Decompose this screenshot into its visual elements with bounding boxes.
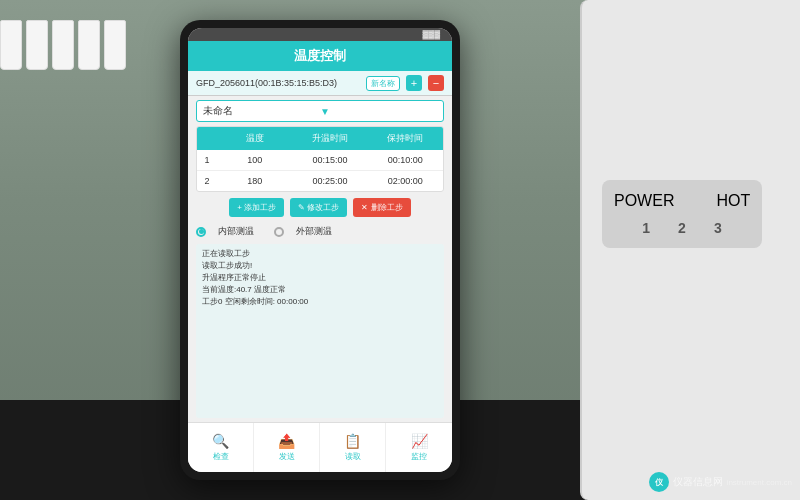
- remove-button[interactable]: −: [428, 75, 444, 91]
- internal-temp-label: 内部测温: [218, 225, 254, 238]
- row2-temp: 180: [217, 174, 292, 188]
- send-icon: 📤: [278, 433, 295, 449]
- table-row: 2 180 00:25:00 02:00:00: [197, 171, 443, 191]
- cup-1: [0, 20, 22, 70]
- watermark: 仪 仪器信息网 instrument.com.cn: [649, 472, 792, 492]
- action-buttons: + 添加工步 ✎ 修改工步 ✕ 删除工步: [196, 198, 444, 217]
- status-bar: ▓▓▓: [188, 28, 452, 41]
- delete-step-button[interactable]: ✕ 删除工步: [353, 198, 410, 217]
- log-line-3: 升温程序正常停止: [202, 272, 438, 284]
- nav-read-label: 读取: [345, 451, 361, 462]
- cups-area: [0, 0, 180, 280]
- program-name: 未命名: [203, 104, 320, 118]
- app-header: 温度控制: [188, 41, 452, 71]
- row1-hold-time: 00:10:00: [368, 153, 443, 167]
- nav-check-label: 检查: [213, 451, 229, 462]
- cup-3: [52, 20, 74, 70]
- machine-num-2: 2: [678, 220, 686, 236]
- row2-index: 2: [197, 174, 217, 188]
- external-temp-label: 外部测温: [296, 225, 332, 238]
- cup-4: [78, 20, 100, 70]
- bottom-nav: 🔍 检查 📤 发送 📋 读取 📈 监控: [188, 422, 452, 472]
- log-line-4: 当前温度:40.7 温度正常: [202, 284, 438, 296]
- nav-item-read[interactable]: 📋 读取: [320, 423, 386, 472]
- row2-hold-time: 02:00:00: [368, 174, 443, 188]
- machine-numbers: 1 2 3: [614, 220, 750, 236]
- watermark-text: 仪器信息网: [673, 475, 723, 489]
- new-name-button[interactable]: 新名称: [366, 76, 400, 91]
- watermark-url: instrument.com.cn: [727, 478, 792, 487]
- col-index: [197, 130, 217, 147]
- machine-num-1: 1: [642, 220, 650, 236]
- edit-step-button[interactable]: ✎ 修改工步: [290, 198, 347, 217]
- log-line-1: 正在读取工步: [202, 248, 438, 260]
- machine-panel: POWER HOT 1 2 3: [602, 180, 762, 248]
- monitor-icon: 📈: [411, 433, 428, 449]
- row2-heat-time: 00:25:00: [292, 174, 367, 188]
- radio-row: 内部测温 外部测温: [196, 225, 444, 238]
- device-row: GFD_2056011(00:1B:35:15:B5:D3) 新名称 + −: [188, 71, 452, 96]
- col-heat-time: 升温时间: [292, 130, 367, 147]
- power-label: POWER: [614, 192, 674, 210]
- device-id: GFD_2056011(00:1B:35:15:B5:D3): [196, 78, 360, 88]
- col-hold-time: 保持时间: [368, 130, 443, 147]
- power-hot-row: POWER HOT: [614, 192, 750, 210]
- log-area: 正在读取工步 读取工步成功! 升温程序正常停止 当前温度:40.7 温度正常 工…: [196, 244, 444, 418]
- add-button[interactable]: +: [406, 75, 422, 91]
- nav-item-send[interactable]: 📤 发送: [254, 423, 320, 472]
- hot-label: HOT: [716, 192, 750, 210]
- nav-send-label: 发送: [279, 451, 295, 462]
- phone: ▓▓▓ 温度控制 GFD_2056011(00:1B:35:15:B5:D3) …: [180, 20, 460, 480]
- log-line-2: 读取工步成功!: [202, 260, 438, 272]
- check-icon: 🔍: [212, 433, 229, 449]
- row1-index: 1: [197, 153, 217, 167]
- cup-2: [26, 20, 48, 70]
- nav-item-monitor[interactable]: 📈 监控: [386, 423, 452, 472]
- col-temp: 温度: [217, 130, 292, 147]
- table-header: 温度 升温时间 保持时间: [197, 127, 443, 150]
- dropdown-arrow-icon: ▼: [320, 106, 437, 117]
- data-table: 温度 升温时间 保持时间 1 100 00:15:00 00:10:00 2 1…: [196, 126, 444, 192]
- signal-icon: ▓▓▓: [423, 30, 441, 39]
- row1-heat-time: 00:15:00: [292, 153, 367, 167]
- machine-right: POWER HOT 1 2 3: [580, 0, 800, 500]
- table-row: 1 100 00:15:00 00:10:00: [197, 150, 443, 171]
- watermark-logo: 仪: [649, 472, 669, 492]
- internal-temp-radio[interactable]: [196, 227, 206, 237]
- row1-temp: 100: [217, 153, 292, 167]
- cup-5: [104, 20, 126, 70]
- read-icon: 📋: [344, 433, 361, 449]
- phone-screen: ▓▓▓ 温度控制 GFD_2056011(00:1B:35:15:B5:D3) …: [188, 28, 452, 472]
- add-step-button[interactable]: + 添加工步: [229, 198, 284, 217]
- external-temp-radio[interactable]: [274, 227, 284, 237]
- machine-num-3: 3: [714, 220, 722, 236]
- nav-item-check[interactable]: 🔍 检查: [188, 423, 254, 472]
- nav-monitor-label: 监控: [411, 451, 427, 462]
- log-line-5: 工步0 空闲剩余时间: 00:00:00: [202, 296, 438, 308]
- app-title: 温度控制: [294, 48, 346, 63]
- program-dropdown[interactable]: 未命名 ▼: [196, 100, 444, 122]
